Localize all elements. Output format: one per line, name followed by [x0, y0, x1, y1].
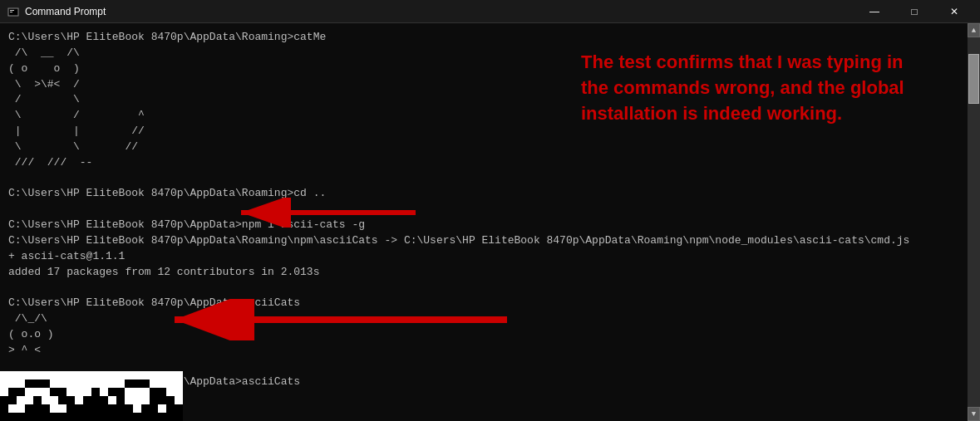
scroll-down-arrow[interactable]: ▼	[968, 407, 980, 421]
window-controls: — □ ✕	[855, 0, 973, 23]
scrollbar[interactable]: ▲ ▼	[968, 23, 980, 421]
window-title: Command Prompt	[25, 6, 855, 17]
bottom-pixel-image	[0, 371, 183, 421]
titlebar: Command Prompt — □ ✕	[0, 0, 980, 23]
svg-rect-3	[10, 12, 12, 12]
app-icon	[7, 5, 20, 18]
scrollbar-thumb[interactable]	[968, 54, 979, 104]
close-button[interactable]: ✕	[935, 0, 973, 23]
minimize-button[interactable]: —	[855, 0, 894, 23]
scroll-up-arrow[interactable]: ▲	[968, 23, 980, 37]
svg-rect-2	[10, 10, 14, 11]
maximize-button[interactable]: □	[895, 0, 933, 23]
terminal-output: C:\Users\HP EliteBook 8470p\AppData\Roam…	[0, 23, 968, 421]
